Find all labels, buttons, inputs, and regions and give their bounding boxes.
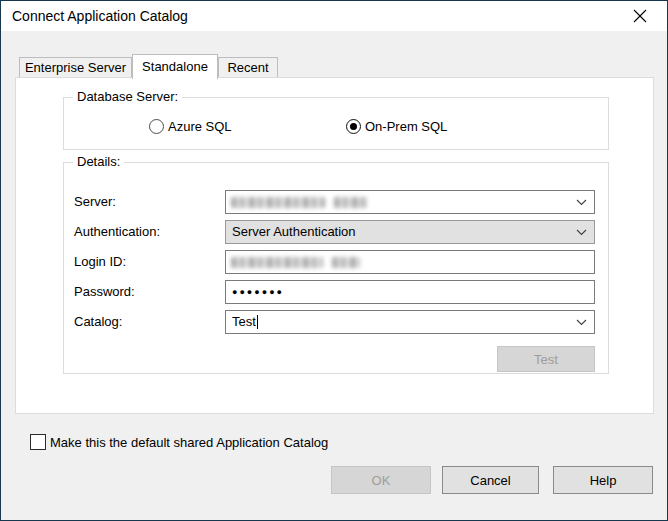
password-input[interactable]: ●●●●●●● — [225, 280, 595, 304]
database-server-group: Database Server: Azure SQL On-Prem SQL — [63, 97, 609, 150]
details-group-label: Details: — [73, 154, 124, 169]
server-redacted-value — [231, 197, 367, 208]
server-combobox[interactable] — [225, 190, 595, 214]
password-label: Password: — [74, 280, 135, 304]
close-icon — [633, 9, 647, 23]
chevron-down-icon — [576, 319, 587, 326]
details-group: Details: Server: Authentication: Server … — [63, 162, 609, 374]
default-catalog-checkbox-row[interactable]: Make this the default shared Application… — [30, 434, 328, 450]
radio-selected-icon — [346, 119, 361, 134]
tab-recent[interactable]: Recent — [218, 57, 278, 77]
tab-enterprise-server[interactable]: Enterprise Server — [19, 57, 132, 77]
checkbox-unchecked-icon[interactable] — [30, 434, 46, 450]
titlebar: Connect Application Catalog — [1, 1, 667, 31]
standalone-tab-page: Database Server: Azure SQL On-Prem SQL D… — [15, 77, 654, 414]
radio-azure-sql[interactable]: Azure SQL — [149, 118, 232, 134]
default-catalog-checkbox-label: Make this the default shared Application… — [50, 435, 328, 450]
close-button[interactable] — [621, 1, 659, 31]
server-label: Server: — [74, 190, 116, 214]
login-id-input[interactable] — [225, 250, 595, 274]
login-id-redacted-value — [231, 257, 360, 268]
ok-button[interactable]: OK — [331, 466, 431, 494]
authentication-dropdown[interactable]: Server Authentication — [225, 220, 595, 244]
radio-on-prem-sql-label: On-Prem SQL — [365, 119, 447, 134]
radio-unselected-icon — [149, 119, 164, 134]
catalog-value-wrap: Test — [232, 311, 258, 333]
tab-standalone[interactable]: Standalone — [132, 54, 218, 79]
authentication-selected-value: Server Authentication — [232, 221, 356, 243]
catalog-combobox[interactable]: Test — [225, 310, 595, 334]
test-button[interactable]: Test — [497, 346, 595, 372]
chevron-down-icon — [576, 229, 587, 236]
password-masked-value: ●●●●●●● — [232, 281, 284, 303]
radio-on-prem-sql[interactable]: On-Prem SQL — [346, 118, 447, 134]
authentication-label: Authentication: — [74, 220, 160, 244]
help-button[interactable]: Help — [553, 466, 653, 494]
catalog-label: Catalog: — [74, 310, 122, 334]
text-cursor — [257, 315, 258, 329]
database-server-group-label: Database Server: — [73, 89, 182, 104]
login-id-label: Login ID: — [74, 250, 126, 274]
catalog-value: Test — [232, 314, 256, 329]
chevron-down-icon — [576, 199, 587, 206]
connect-application-catalog-dialog: Connect Application Catalog Enterprise S… — [0, 0, 668, 521]
window-title: Connect Application Catalog — [12, 8, 188, 24]
cancel-button[interactable]: Cancel — [442, 466, 539, 494]
radio-azure-sql-label: Azure SQL — [168, 119, 232, 134]
